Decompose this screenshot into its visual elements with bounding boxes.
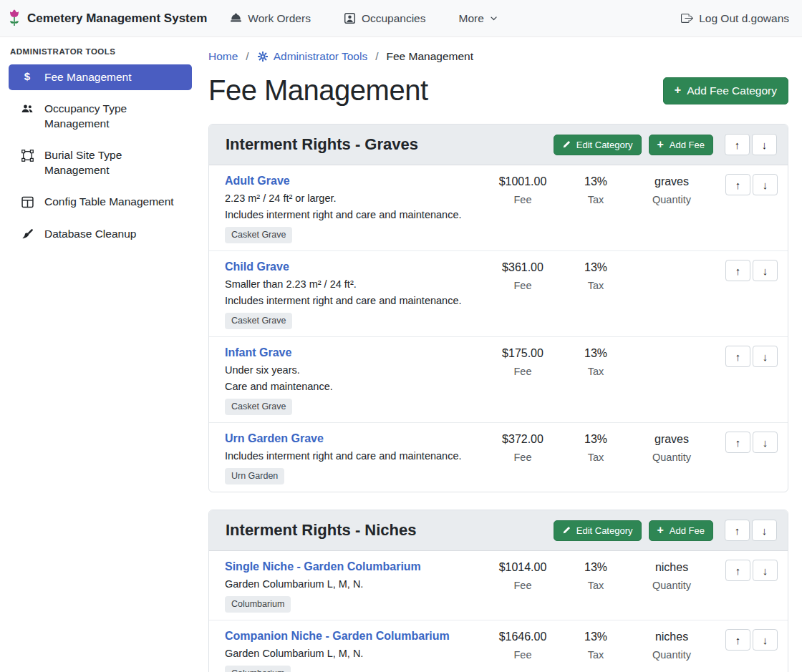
fee-tax-label: Tax: [560, 580, 632, 591]
fee-amount-col: $1001.00 Fee: [485, 174, 560, 205]
move-fee-down-button[interactable]: ↓: [753, 346, 778, 367]
move-fee-down-button[interactable]: ↓: [753, 560, 778, 581]
person-badge-icon: [344, 12, 356, 24]
move-fee-up-button[interactable]: ↑: [725, 346, 750, 367]
fee-quantity-col: niches Quantity: [632, 629, 712, 661]
fee-type-badge: Urn Garden: [225, 468, 284, 484]
breadcrumb-home-link[interactable]: Home: [208, 50, 238, 63]
brand-link[interactable]: Cemetery Management System: [7, 9, 207, 28]
sidebar-item-burial-site-type[interactable]: Burial Site Type Management: [9, 142, 192, 183]
fee-description: Garden Columbarium L, M, N.: [225, 578, 485, 590]
category-title: Interment Rights - Niches: [226, 521, 546, 540]
move-fee-up-button[interactable]: ↑: [725, 432, 750, 453]
move-fee-down-button[interactable]: ↓: [753, 174, 778, 195]
fee-amount: $1001.00: [485, 175, 560, 188]
brand-title: Cemetery Management System: [27, 11, 207, 26]
fee-tax-label: Tax: [560, 280, 632, 291]
fee-tax: 13%: [560, 261, 632, 274]
fee-amount: $361.00: [485, 261, 560, 274]
logout-link[interactable]: Log Out d.gowans: [681, 12, 789, 25]
fee-quantity-unit: niches: [632, 561, 712, 574]
fee-quantity-unit: niches: [632, 630, 712, 643]
title-row: Fee Management + Add Fee Category: [208, 74, 788, 107]
category-header: Interment Rights - Niches Edit Category …: [209, 510, 788, 551]
sidebar: Administrator Tools $ Fee Management Occ…: [0, 37, 200, 672]
fee-name-link[interactable]: Single Niche - Garden Columbarium: [225, 560, 485, 574]
fee-tax: 13%: [560, 175, 632, 188]
fee-tax-label: Tax: [560, 366, 632, 377]
sidebar-item-config-table[interactable]: Config Table Management: [9, 189, 192, 215]
fee-name-link[interactable]: Infant Grave: [225, 346, 485, 360]
breadcrumb-separator: /: [375, 50, 378, 63]
sidebar-item-label: Fee Management: [44, 70, 132, 84]
sidebar-item-occupancy-type[interactable]: Occupancy Type Management: [9, 96, 192, 137]
fee-amount-col: $1646.00 Fee: [485, 629, 560, 661]
move-fee-down-button[interactable]: ↓: [753, 432, 778, 453]
move-category-down-button[interactable]: ↓: [752, 134, 777, 155]
move-fee-up-button[interactable]: ↑: [725, 260, 750, 281]
edit-category-button[interactable]: Edit Category: [554, 135, 642, 155]
move-fee-up-button[interactable]: ↑: [725, 560, 750, 581]
fee-description: Under six years.: [225, 364, 485, 376]
category-card-graves: Interment Rights - Graves Edit Category …: [208, 124, 788, 492]
add-fee-button[interactable]: + Add Fee: [649, 520, 714, 541]
edit-category-button[interactable]: Edit Category: [554, 520, 642, 541]
top-navbar: Cemetery Management System Work Orders: [0, 0, 802, 37]
breadcrumb-admin-tools-label: Administrator Tools: [274, 50, 368, 63]
fee-amount: $175.00: [485, 347, 560, 360]
fee-quantity-unit: graves: [632, 433, 712, 446]
breadcrumb-admin-tools-link[interactable]: Administrator Tools: [257, 50, 368, 63]
fee-amount-label: Fee: [485, 366, 560, 377]
fee-quantity-col: [632, 346, 712, 347]
move-category-down-button[interactable]: ↓: [752, 520, 777, 541]
fee-name-link[interactable]: Urn Garden Grave: [225, 432, 485, 446]
sidebar-item-fee-management[interactable]: $ Fee Management: [9, 64, 192, 90]
fee-reorder-controls: ↑ ↓: [712, 629, 778, 651]
fee-quantity-col: graves Quantity: [632, 174, 712, 205]
fee-info: Infant Grave Under six years. Care and m…: [219, 346, 485, 415]
fee-description: Includes interment right and care and ma…: [225, 295, 485, 307]
nav-more-dropdown[interactable]: More: [459, 12, 498, 25]
fee-amount-label: Fee: [485, 452, 560, 463]
fee-quantity-col: niches Quantity: [632, 560, 712, 591]
fee-type-badge: Casket Grave: [225, 399, 292, 415]
fee-amount-label: Fee: [485, 280, 560, 291]
move-fee-down-button[interactable]: ↓: [753, 629, 778, 651]
move-category-up-button[interactable]: ↑: [725, 134, 750, 155]
fee-tax: 13%: [560, 347, 632, 360]
fee-row: Single Niche - Garden Columbarium Garden…: [209, 551, 788, 620]
fee-info: Single Niche - Garden Columbarium Garden…: [219, 560, 485, 613]
fee-name-link[interactable]: Adult Grave: [225, 174, 485, 188]
fee-reorder-controls: ↑ ↓: [712, 174, 778, 195]
fee-amount-label: Fee: [485, 194, 560, 205]
nav-occupancies-label: Occupancies: [362, 12, 426, 25]
add-fee-button[interactable]: + Add Fee: [649, 135, 714, 155]
nav-links: Work Orders Occupancies More: [230, 12, 498, 25]
move-fee-up-button[interactable]: ↑: [725, 629, 750, 651]
move-category-up-button[interactable]: ↑: [725, 520, 750, 541]
fee-amount-col: $175.00 Fee: [485, 346, 560, 377]
fee-name-link[interactable]: Child Grave: [225, 260, 485, 274]
app-root: Cemetery Management System Work Orders: [0, 0, 802, 672]
breadcrumb: Home /: [208, 50, 788, 63]
move-fee-down-button[interactable]: ↓: [753, 260, 778, 281]
fee-quantity-unit: graves: [632, 175, 712, 188]
edit-category-label: Edit Category: [576, 140, 633, 150]
plus-icon: +: [675, 85, 681, 95]
fee-row: Adult Grave 2.23 m² / 24 ft² or larger. …: [209, 165, 788, 250]
sidebar-item-database-cleanup[interactable]: Database Cleanup: [9, 221, 192, 247]
fee-amount-col: $1014.00 Fee: [485, 560, 560, 591]
fee-amount-col: $361.00 Fee: [485, 260, 560, 291]
add-fee-category-button[interactable]: + Add Fee Category: [663, 77, 788, 104]
fee-tax: 13%: [560, 433, 632, 446]
sidebar-item-label: Config Table Management: [44, 195, 174, 209]
move-fee-up-button[interactable]: ↑: [725, 174, 750, 195]
fee-quantity-label: Quantity: [632, 649, 712, 661]
fee-name-link[interactable]: Companion Niche - Garden Columbarium: [225, 629, 485, 643]
fee-amount-label: Fee: [485, 649, 560, 661]
logout-icon: [681, 12, 693, 24]
nav-work-orders[interactable]: Work Orders: [230, 12, 311, 25]
fee-quantity-label: Quantity: [632, 580, 712, 591]
nav-occupancies[interactable]: Occupancies: [344, 12, 426, 25]
add-fee-label: Add Fee: [670, 525, 705, 536]
